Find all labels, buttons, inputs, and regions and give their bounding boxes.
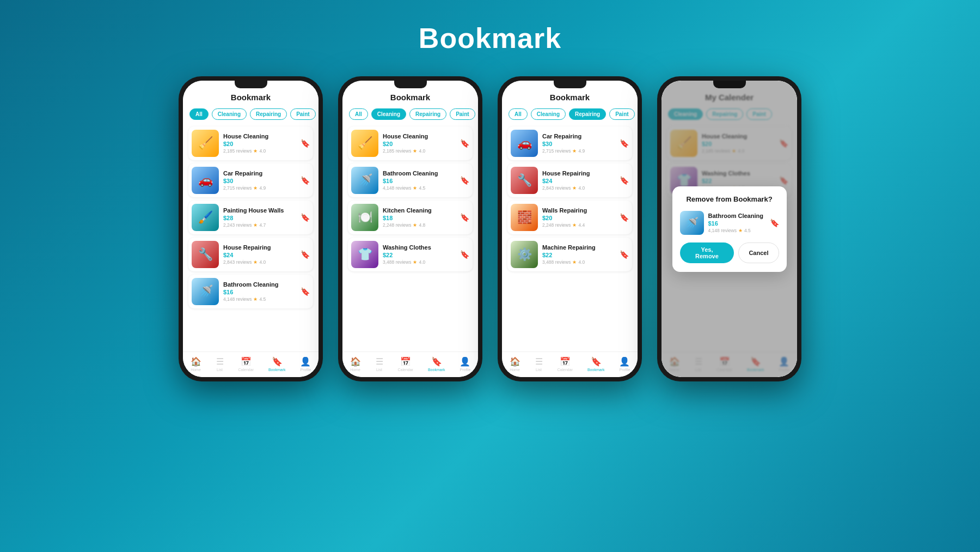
tab-repairing-1[interactable]: Repairing	[250, 108, 287, 120]
tab-all-1[interactable]: All	[189, 108, 209, 120]
service-price-1-3: $28	[223, 215, 296, 221]
service-name-1-5: Bathroom Cleaning	[223, 281, 296, 288]
service-info-2-3: Kitchen Cleaning $18 2,248 reviews ★ 4.8	[383, 207, 456, 228]
bookmark-icon-3-1[interactable]: 🔖	[620, 139, 629, 148]
modal-title: Remove from Bookmark?	[680, 195, 779, 203]
nav-calendar-3[interactable]: 📅 Calendar	[558, 356, 573, 372]
service-list-3: 🚗 Car Repairing $30 2,715 reviews ★ 4.9 …	[502, 124, 638, 351]
service-item-2-2[interactable]: 🚿 Bathroom Cleaning $16 4,148 reviews ★ …	[348, 163, 473, 197]
bookmark-icon-1-3[interactable]: 🔖	[301, 213, 310, 222]
tab-repairing-3[interactable]: Repairing	[569, 108, 606, 120]
service-item-2-1[interactable]: 🧹 House Cleaning $20 2,185 reviews ★ 4.0…	[348, 126, 473, 160]
tab-cleaning-2[interactable]: Cleaning	[371, 108, 406, 120]
bookmark-icon-1-2[interactable]: 🔖	[301, 176, 310, 185]
service-name-1-3: Painting House Walls	[223, 207, 296, 214]
service-info-2-2: Bathroom Cleaning $16 4,148 reviews ★ 4.…	[383, 170, 456, 191]
service-img-1-1: 🧹	[192, 130, 219, 157]
service-price-1-1: $20	[223, 141, 296, 147]
nav-calendar-1[interactable]: 📅 Calendar	[238, 356, 254, 372]
service-img-1-4: 🔧	[192, 241, 219, 268]
service-img-2-1: 🧹	[351, 130, 378, 157]
nav-home-2[interactable]: 🏠 Home	[350, 356, 361, 372]
service-name-3-2: House Repairing	[542, 170, 615, 177]
service-img-2-3: 🍽️	[351, 204, 378, 231]
service-item-1-2[interactable]: 🚗 Car Repairing $30 2,715 reviews ★ 4.9 …	[188, 163, 313, 197]
service-price-1-5: $16	[223, 289, 296, 295]
tab-cleaning-3[interactable]: Cleaning	[531, 108, 566, 120]
service-item-3-3[interactable]: 🧱 Walls Repairing $20 2,248 reviews ★ 4.…	[507, 201, 632, 234]
phone-4: My Calender Cleaning Repairing Paint 🧹 H…	[657, 76, 801, 381]
service-item-2-3[interactable]: 🍽️ Kitchen Cleaning $18 2,248 reviews ★ …	[348, 201, 473, 234]
cancel-remove-button[interactable]: Cancel	[738, 242, 779, 263]
service-meta-2-2: 4,148 reviews ★ 4.5	[383, 185, 456, 191]
service-price-3-4: $22	[542, 252, 615, 258]
service-img-1-5: 🚿	[192, 278, 219, 305]
nav-home-3[interactable]: 🏠 Home	[510, 356, 520, 372]
service-name-1-1: House Cleaning	[223, 133, 296, 139]
service-name-2-2: Bathroom Cleaning	[383, 170, 456, 177]
nav-profile-3[interactable]: 👤 Profile	[619, 356, 630, 372]
service-meta-2-4: 3,488 reviews ★ 4.0	[383, 259, 456, 265]
bookmark-icon-1-5[interactable]: 🔖	[301, 287, 310, 296]
bookmark-icon-2-4[interactable]: 🔖	[460, 250, 469, 259]
service-info-1-2: Car Repairing $30 2,715 reviews ★ 4.9	[223, 170, 296, 191]
tab-cleaning-1[interactable]: Cleaning	[212, 108, 247, 120]
phones-container: Bookmark All Cleaning Repairing Paint 🧹 …	[179, 76, 801, 381]
phone-screen-2: Bookmark All Cleaning Repairing Paint 🧹 …	[342, 81, 478, 377]
service-item-2-4[interactable]: 👕 Washing Clothes $22 3,488 reviews ★ 4.…	[348, 238, 473, 271]
screen-content-2: Bookmark All Cleaning Repairing Paint 🧹 …	[342, 81, 478, 377]
bookmark-icon-3-2[interactable]: 🔖	[620, 176, 629, 185]
service-item-1-1[interactable]: 🧹 House Cleaning $20 2,185 reviews ★ 4.0…	[188, 126, 313, 160]
confirm-remove-button[interactable]: Yes, Remove	[680, 242, 734, 263]
bookmark-icon-2-3[interactable]: 🔖	[460, 213, 469, 222]
nav-bookmark-1[interactable]: 🔖 Bookmark	[268, 356, 286, 372]
service-list-2: 🧹 House Cleaning $20 2,185 reviews ★ 4.0…	[342, 124, 478, 351]
bookmark-icon-2-1[interactable]: 🔖	[460, 139, 469, 148]
bookmark-icon-1-4[interactable]: 🔖	[301, 250, 310, 259]
service-item-3-4[interactable]: ⚙️ Machine Repairing $22 3,488 reviews ★…	[507, 238, 632, 271]
phone-screen-4: My Calender Cleaning Repairing Paint 🧹 H…	[661, 81, 797, 377]
tab-all-3[interactable]: All	[509, 108, 528, 120]
nav-calendar-2[interactable]: 📅 Calendar	[398, 356, 413, 372]
phone-notch-3	[554, 81, 586, 88]
service-img-3-2: 🔧	[511, 167, 538, 194]
service-meta-1-5: 4,148 reviews ★ 4.5	[223, 296, 296, 302]
tab-paint-1[interactable]: Paint	[290, 108, 315, 120]
tab-all-2[interactable]: All	[349, 108, 368, 120]
modal-service-info: Bathroom Cleaning $16 4,148 reviews ★ 4.…	[708, 213, 765, 233]
nav-home-1[interactable]: 🏠 Home	[191, 356, 201, 372]
tab-paint-3[interactable]: Paint	[609, 108, 634, 120]
nav-list-2[interactable]: ☰ List	[376, 356, 383, 372]
nav-profile-1[interactable]: 👤 Profile	[300, 356, 311, 372]
service-price-3-3: $20	[542, 215, 615, 221]
nav-bookmark-2[interactable]: 🔖 Bookmark	[428, 356, 445, 372]
nav-list-3[interactable]: ☰ List	[535, 356, 543, 372]
nav-list-1[interactable]: ☰ List	[216, 356, 224, 372]
service-info-3-3: Walls Repairing $20 2,248 reviews ★ 4.4	[542, 207, 615, 228]
service-name-3-3: Walls Repairing	[542, 207, 615, 214]
modal-buttons: Yes, Remove Cancel	[680, 242, 779, 263]
tab-paint-2[interactable]: Paint	[450, 108, 475, 120]
service-item-3-1[interactable]: 🚗 Car Repairing $30 2,715 reviews ★ 4.9 …	[507, 126, 632, 160]
bookmark-icon-1-1[interactable]: 🔖	[301, 139, 310, 148]
service-meta-3-2: 2,843 reviews ★ 4.0	[542, 185, 615, 191]
service-item-1-4[interactable]: 🔧 House Repairing $24 2,843 reviews ★ 4.…	[188, 238, 313, 271]
nav-profile-2[interactable]: 👤 Profile	[460, 356, 470, 372]
bookmark-icon-3-4[interactable]: 🔖	[620, 250, 629, 259]
tab-repairing-2[interactable]: Repairing	[409, 108, 446, 120]
service-meta-3-1: 2,715 reviews ★ 4.9	[542, 148, 615, 154]
phone-screen-1: Bookmark All Cleaning Repairing Paint 🧹 …	[183, 81, 318, 377]
service-meta-1-4: 2,843 reviews ★ 4.0	[223, 259, 296, 265]
service-item-1-5[interactable]: 🚿 Bathroom Cleaning $16 4,148 reviews ★ …	[188, 275, 313, 308]
phone-3: Bookmark All Cleaning Repairing Paint 🚗 …	[498, 76, 642, 381]
bookmark-icon-3-3[interactable]: 🔖	[620, 213, 629, 222]
bookmark-icon-2-2[interactable]: 🔖	[460, 176, 469, 185]
filter-tabs-3: All Cleaning Repairing Paint	[502, 106, 638, 124]
service-info-3-2: House Repairing $24 2,843 reviews ★ 4.0	[542, 170, 615, 191]
service-name-2-1: House Cleaning	[383, 133, 456, 139]
service-item-3-2[interactable]: 🔧 House Repairing $24 2,843 reviews ★ 4.…	[507, 163, 632, 197]
service-item-1-3[interactable]: 🖌️ Painting House Walls $28 2,243 review…	[188, 201, 313, 234]
service-name-1-2: Car Repairing	[223, 170, 296, 177]
service-meta-3-3: 2,248 reviews ★ 4.4	[542, 222, 615, 228]
nav-bookmark-3[interactable]: 🔖 Bookmark	[587, 356, 605, 372]
